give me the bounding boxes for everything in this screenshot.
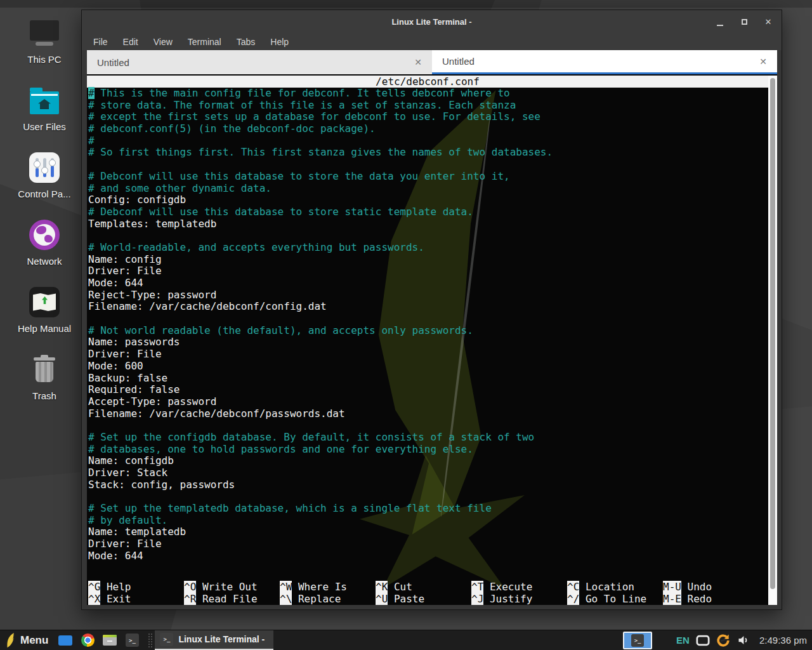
desktop-icon-this-pc[interactable]: This PC: [5, 17, 84, 65]
menu-terminal[interactable]: Terminal: [188, 37, 221, 47]
desktop-icon-column: This PC User Files Control Pa... Network…: [5, 17, 84, 401]
desktop-icon-control-panel[interactable]: Control Pa...: [5, 151, 84, 199]
terminal-line: Name: config: [88, 254, 768, 266]
home-folder-icon: [28, 84, 61, 117]
terminal-line: # databases, one to hold passwords and o…: [88, 444, 768, 456]
terminal-line: Name: templatedb: [88, 526, 768, 538]
minimize-button[interactable]: [716, 17, 724, 26]
nano-shortcut-row: ^X Exit^R Read File^\ Replace^U Paste^J …: [88, 593, 768, 605]
menu-edit[interactable]: Edit: [123, 37, 138, 47]
close-button[interactable]: ✕: [764, 17, 773, 26]
nano-editor: GNU nano 7.2 /etc/debconf.conf # This is…: [87, 76, 768, 605]
display-icon[interactable]: [696, 633, 710, 647]
terminal-line: Driver: Stack: [88, 467, 768, 479]
terminal-line: Config: configdb: [88, 194, 768, 206]
terminal-line: Filename: /var/cache/debconf/config.dat: [88, 301, 768, 313]
terminal-line: # Debconf will use this database to stor…: [88, 171, 768, 183]
tab-close-icon[interactable]: ✕: [759, 56, 767, 67]
terminal-line: # Debconf will use this database to stor…: [88, 206, 768, 218]
menu-file[interactable]: File: [93, 37, 108, 47]
menu-help[interactable]: Help: [270, 37, 289, 47]
terminal-line: Stack: config, passwords: [88, 479, 768, 491]
scrollbar-thumb[interactable]: [770, 78, 775, 589]
terminal-screen[interactable]: GNU nano 7.2 /etc/debconf.conf # This is…: [87, 74, 777, 605]
desktop-icon-label: Trash: [32, 391, 56, 401]
terminal-line: Driver: File: [88, 265, 768, 277]
desktop-icon-help-manual[interactable]: Help Manual: [5, 286, 84, 334]
desktop-icon-label: Control Pa...: [18, 189, 70, 199]
nano-shortcuts: ^G Help^O Write Out^W Where Is^K Cut^T E…: [87, 581, 768, 605]
terminal-icon: >_: [631, 634, 644, 647]
taskbar: Menu >_ >_ Linux Lite Terminal - >_ EN: [0, 630, 812, 650]
menu-button[interactable]: Menu: [20, 634, 48, 647]
desktop-icon-network[interactable]: Network: [5, 218, 84, 267]
terminal-line: Backup: false: [88, 373, 768, 385]
terminal-line: Accept-Type: password: [88, 396, 768, 408]
computer-icon: [28, 17, 61, 50]
terminal-line: # This is the main config file for debco…: [88, 88, 768, 100]
terminal-line: [88, 420, 768, 432]
nano-shortcut: M-U Undo: [663, 581, 768, 593]
terminal-line: Driver: File: [88, 538, 768, 550]
nano-shortcut: ^J Justify: [471, 593, 567, 605]
text-cursor: #: [88, 87, 95, 99]
terminal-icon: >_: [160, 633, 173, 646]
nano-shortcut: ^W Where Is: [280, 581, 376, 593]
terminal-line: [88, 491, 768, 503]
control-panel-icon: [28, 151, 61, 184]
menu-view[interactable]: View: [154, 37, 173, 47]
terminal-line: Templates: templatedb: [88, 218, 768, 230]
desktop-icon-label: This PC: [27, 55, 61, 65]
chrome-icon[interactable]: [79, 632, 96, 649]
nano-shortcut: ^\ Replace: [280, 593, 376, 605]
volume-icon[interactable]: [737, 633, 750, 647]
nano-file-path: /etc/debconf.conf: [87, 76, 768, 88]
scrollbar-track[interactable]: [768, 76, 777, 605]
maximize-button[interactable]: [740, 17, 749, 26]
trash-icon: [28, 353, 61, 386]
tab-untitled-1[interactable]: Untitled ✕: [87, 50, 432, 74]
nano-shortcut: ^U Paste: [376, 593, 471, 605]
nano-shortcut: ^X Exit: [88, 593, 184, 605]
file-manager-icon[interactable]: [102, 632, 118, 649]
tray-terminal-button[interactable]: >_: [623, 632, 652, 649]
terminal-line: # by default.: [88, 515, 768, 527]
tab-label: Untitled: [442, 56, 475, 67]
menu-tabs[interactable]: Tabs: [237, 37, 256, 47]
menubar: File Edit View Terminal Tabs Help: [82, 33, 782, 50]
nano-shortcut: ^G Help: [88, 581, 184, 593]
tab-label: Untitled: [97, 57, 129, 68]
nano-shortcut: ^/ Go To Line: [567, 593, 663, 605]
language-indicator[interactable]: EN: [676, 635, 690, 646]
nano-shortcut: ^O Write Out: [184, 581, 280, 593]
terminal-line: #: [88, 135, 768, 147]
window-content: Untitled ✕ Untitled ✕ GNU nano 7.2 /etc/…: [87, 50, 777, 605]
task-button-terminal[interactable]: >_ Linux Lite Terminal -: [155, 630, 273, 650]
terminal-line: # Not world readable (the default), and …: [88, 325, 768, 337]
taskbar-separator: [148, 633, 152, 647]
desktop-icon-label: Network: [27, 256, 62, 267]
tab-close-icon[interactable]: ✕: [414, 57, 422, 67]
wallpaper-shard: [0, 0, 812, 8]
terminal-line: # except the first sets up a database fo…: [88, 111, 768, 123]
desktop-icon-user-files[interactable]: User Files: [5, 84, 84, 132]
desktop-icon-label: Help Manual: [18, 324, 71, 334]
terminal-line: # Set up the templatedb database, which …: [88, 503, 768, 515]
system-tray: >_ EN 2:49:36 pm: [623, 632, 807, 649]
window-controls: ✕: [716, 10, 773, 33]
terminal-line: # World-readable, and accepts everything…: [88, 242, 768, 254]
desktop-icon-trash[interactable]: Trash: [5, 353, 84, 401]
nano-shortcut: ^R Read File: [184, 593, 280, 605]
linux-lite-logo-icon[interactable]: [5, 632, 18, 649]
terminal-icon[interactable]: >_: [124, 632, 140, 649]
desktop: { "window": { "title": "Linux Lite Termi…: [0, 0, 812, 650]
clock[interactable]: 2:49:36 pm: [759, 635, 807, 646]
terminal-line: [88, 230, 768, 242]
terminal-lines: # This is the main config file for debco…: [87, 88, 768, 562]
show-desktop-icon[interactable]: [57, 632, 74, 649]
update-manager-icon[interactable]: [716, 633, 730, 647]
terminal-window: Linux Lite Terminal - ✕ File Edit View T…: [81, 10, 782, 610]
window-titlebar[interactable]: Linux Lite Terminal - ✕: [82, 10, 782, 33]
terminal-line: Driver: File: [88, 348, 768, 361]
tab-untitled-2[interactable]: Untitled ✕: [432, 50, 777, 74]
